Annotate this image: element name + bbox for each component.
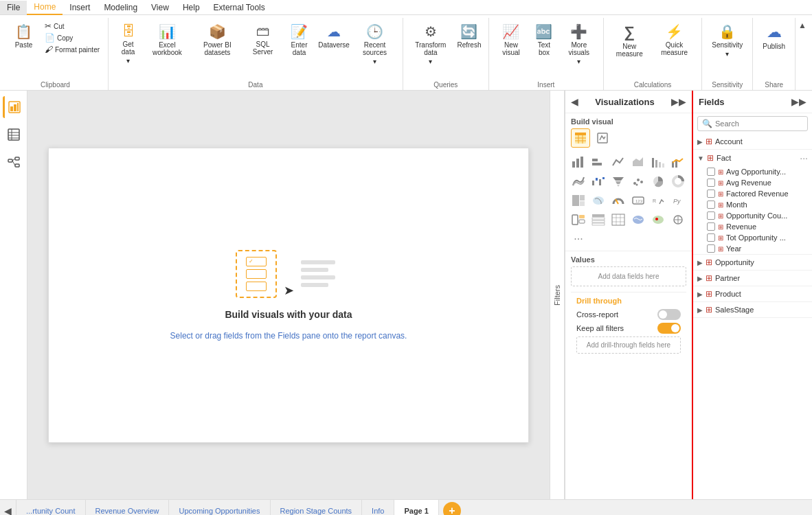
tab-prev-button[interactable]: ◀ [0,500,16,515]
paste-button[interactable]: 📋 Paste [8,21,39,52]
cut-button[interactable]: ✂ Cut [42,21,102,32]
field-group-header-opportunity[interactable]: ▶⊞Opportunity [693,255,812,270]
tab-opportunity-count[interactable]: ...rtunity Count [16,500,86,515]
viz-slicer[interactable] [569,211,587,229]
field-checkbox-opportunity-cou[interactable] [707,211,715,220]
field-checkbox-revenue[interactable] [707,222,715,231]
report-view-button[interactable] [3,96,25,118]
viz-kpi[interactable]: R [649,192,667,209]
field-item-avg-opportunity[interactable]: ⊞Avg Opportunity... [693,166,812,177]
field-item-tot-opportunity[interactable]: ⊞Tot Opportunity ... [693,232,812,243]
panel-expand-right[interactable]: ▶▶ [671,96,686,107]
field-group-header-account[interactable]: ▶⊞Account [693,134,812,149]
values-drop-area[interactable]: Add data fields here [571,266,686,286]
tab-revenue-overview[interactable]: Revenue Overview [86,500,170,515]
field-item-avg-revenue[interactable]: ⊞Avg Revenue [693,177,812,188]
sensitivity-button[interactable]: 🔒 Sensitivity ▾ [708,21,747,60]
sql-server-button[interactable]: 🗃 SQL Server [245,21,280,58]
get-data-button[interactable]: 🗄 Get data ▾ [114,21,142,67]
viz-donut[interactable] [669,172,687,190]
fact-group-more-button[interactable]: ··· [800,152,808,163]
search-input[interactable] [715,119,810,128]
viz-pie[interactable] [649,172,667,190]
viz-column-chart[interactable] [589,153,607,171]
field-item-revenue[interactable]: ⊞Revenue [693,221,812,232]
field-group-header-partner[interactable]: ▶⊞Partner [693,271,812,286]
quick-measure-button[interactable]: ⚡ Quick measure [653,21,696,59]
refresh-button[interactable]: 🔄 Refresh [455,21,483,52]
viz-custom[interactable] [669,211,687,229]
viz-gauge[interactable] [609,192,627,209]
field-checkbox-factored-revenue[interactable] [707,190,715,198]
field-checkbox-avg-revenue[interactable] [707,179,715,187]
tab-page-1[interactable]: Page 1 [394,500,438,515]
field-checkbox-tot-opportunity[interactable] [707,233,715,242]
viz-table[interactable] [589,211,607,229]
power-bi-datasets-button[interactable]: 📦 Power BI datasets [192,21,243,59]
dataverse-button[interactable]: ☁ Dataverse [318,21,350,52]
field-group-header-fact[interactable]: ▼⊞Fact··· [693,150,812,166]
text-box-button[interactable]: 🔤 Text box [530,21,558,59]
viz-type-table[interactable] [571,128,590,148]
field-item-month[interactable]: ⊞Month [693,199,812,210]
field-item-opportunity-cou[interactable]: ⊞Opportunity Cou... [693,210,812,221]
viz-matrix[interactable] [609,211,627,229]
table-view-button[interactable] [3,124,25,146]
add-tab-button[interactable]: + [443,502,461,515]
viz-more[interactable]: ··· [569,230,587,248]
transform-data-button[interactable]: ⚙ Transform data ▾ [409,21,453,68]
new-measure-button[interactable]: ∑ New measure [609,21,650,60]
field-group-header-sales-stage[interactable]: ▶⊞SalesStage [693,302,812,317]
tab-upcoming-opportunities[interactable]: Upcoming Opportunities [169,500,270,515]
field-checkbox-year[interactable] [707,244,715,253]
viz-python[interactable]: Py [669,192,687,209]
menu-help[interactable]: Help [176,1,207,14]
drill-drop-area[interactable]: Add drill-through fields here [576,336,681,354]
tab-info[interactable]: Info [362,500,394,515]
keep-all-filters-toggle[interactable] [657,323,681,334]
viz-waterfall[interactable] [589,172,607,190]
more-visuals-button[interactable]: ➕ More visuals ▾ [561,21,598,68]
format-painter-button[interactable]: 🖌 Format painter [42,44,102,55]
model-view-button[interactable] [3,151,25,173]
excel-workbook-button[interactable]: 📊 Excel workbook [145,21,190,59]
tab-region-stage-counts[interactable]: Region Stage Counts [271,500,363,515]
menu-view[interactable]: View [144,1,176,14]
panel-collapse-left[interactable]: ◀ [571,96,578,107]
viz-line-chart[interactable] [609,153,627,171]
fields-search-box[interactable]: 🔍 [697,116,808,131]
viz-stacked-bar[interactable] [649,153,667,171]
menu-insert[interactable]: Insert [63,1,97,14]
menu-modeling[interactable]: Modeling [97,1,144,14]
viz-bar-chart[interactable] [569,153,587,171]
publish-button[interactable]: ☁ Publish [758,21,789,53]
field-checkbox-avg-opportunity[interactable] [707,168,715,176]
filters-panel[interactable]: Filters [550,91,565,499]
copy-button[interactable]: 📄 Copy [42,32,102,43]
menu-home[interactable]: Home [27,0,63,15]
viz-map[interactable] [589,192,607,209]
viz-area-chart[interactable] [629,153,647,171]
viz-ribbon-chart[interactable] [569,172,587,190]
menu-file[interactable]: File [0,1,27,14]
new-visual-button[interactable]: 📈 New visual [495,21,528,59]
field-item-year[interactable]: ⊞Year [693,243,812,254]
menu-external-tools[interactable]: External Tools [207,1,272,14]
viz-scatter[interactable] [629,172,647,190]
recent-sources-button[interactable]: 🕒 Recent sources ▾ [352,21,396,68]
ribbon-collapse[interactable]: ▲ [796,18,809,90]
viz-funnel[interactable] [609,172,627,190]
viz-azure-map[interactable] [649,211,667,229]
cross-report-toggle[interactable] [657,309,681,320]
viz-combo-chart[interactable] [669,153,687,171]
fields-panel-expand[interactable]: ▶▶ [791,96,807,107]
report-canvas[interactable]: ➤ Build visuals with your data Select or… [48,148,529,443]
field-checkbox-month[interactable] [707,201,715,209]
enter-data-button[interactable]: 📝 Enter data [283,21,315,59]
viz-treemap[interactable] [569,192,587,209]
viz-type-format[interactable] [593,128,612,148]
viz-card[interactable]: 123 [629,192,647,209]
field-item-factored-revenue[interactable]: ⊞Factored Revenue [693,188,812,199]
field-group-header-product[interactable]: ▶⊞Product [693,286,812,301]
viz-filled-map[interactable] [629,211,647,229]
